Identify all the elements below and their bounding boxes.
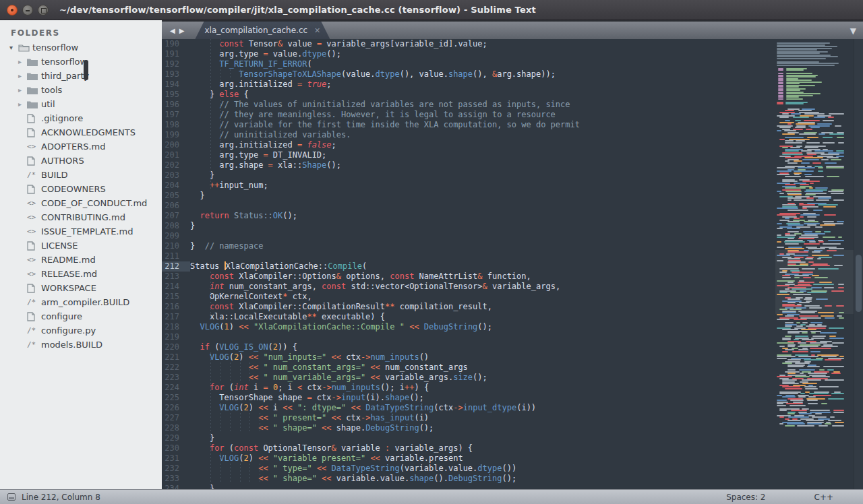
sidebar-item-tools[interactable]: ▸tools (0, 83, 162, 97)
code-line[interactable]: 210} // namespace (162, 241, 863, 251)
code-line[interactable]: 211 (162, 251, 863, 261)
code-line[interactable]: 216 const XlaCompiler::CompilationResult… (162, 302, 863, 312)
code-line[interactable]: 219 (162, 332, 863, 342)
window-minimize-button[interactable] (22, 5, 33, 15)
chevron-right-icon[interactable]: ▸ (18, 100, 27, 108)
tab-xla-compilation-cache[interactable]: xla_compilation_cache.cc ✕ (195, 22, 330, 39)
tab-scroll-right-icon[interactable]: ▶ (179, 27, 185, 34)
code-line[interactable]: 192 TF_RETURN_IF_ERROR( (162, 59, 863, 69)
sidebar-item-tensorflow[interactable]: ▸tensorflow (0, 55, 162, 69)
code-line[interactable]: 217 xla::LocalExecutable** executable) { (162, 312, 863, 322)
code-line[interactable]: 218 VLOG(1) << "XlaCompilationCache::Com… (162, 322, 863, 332)
code-line[interactable]: 226 VLOG(2) << i << ": dtype=" << DataTy… (162, 403, 863, 413)
code-line[interactable]: 208} (162, 221, 863, 231)
vertical-scrollbar[interactable] (854, 39, 863, 489)
minimap[interactable] (777, 42, 852, 432)
sidebar-item-arm-compiler-build[interactable]: /*arm_compiler.BUILD (0, 295, 162, 309)
sidebar-item-release-md[interactable]: <>RELEASE.md (0, 267, 162, 281)
sidebar-item-code-of-conduct-md[interactable]: <>CODE_OF_CONDUCT.md (0, 196, 162, 210)
code-line[interactable]: 190 const Tensor& value = variable_args[… (162, 39, 863, 49)
code-line[interactable]: 201 arg.type = DT_INVALID; (162, 150, 863, 160)
code-line[interactable]: 200 arg.initialized = false; (162, 140, 863, 150)
code-line[interactable]: 197 // they are meaningless. However, it… (162, 110, 863, 120)
window-close-button[interactable] (7, 5, 18, 15)
code-line[interactable]: 213 const XlaCompiler::Options& options,… (162, 272, 863, 282)
sidebar-item-tensorflow[interactable]: ▾tensorflow (0, 40, 162, 55)
sidebar-item-workspace[interactable]: WORKSPACE (0, 281, 162, 295)
chevron-down-icon[interactable]: ▾ (9, 44, 18, 51)
code-line[interactable]: 196 // The values of uninitialized varia… (162, 100, 863, 110)
sidebar-item-issue-template-md[interactable]: <>ISSUE_TEMPLATE.md (0, 224, 162, 239)
sidebar-item-configure[interactable]: configure (0, 309, 162, 323)
chevron-right-icon[interactable]: ▸ (18, 86, 27, 94)
code-line[interactable]: 223 << " num_variable_args=" << variable… (162, 373, 863, 383)
window-maximize-button[interactable] (38, 5, 49, 15)
indent-setting[interactable]: Spaces: 2 (726, 493, 765, 502)
line-number: 233 (162, 474, 190, 484)
syntax-mode[interactable]: C++ (814, 493, 834, 502)
tab-scroll-left-icon[interactable]: ◀ (170, 27, 175, 34)
code-line[interactable]: 191 arg.type = value.dtype(); (162, 49, 863, 59)
sidebar-item-contributing-md[interactable]: <>CONTRIBUTING.md (0, 210, 162, 224)
sidebar-item-util[interactable]: ▸util (0, 97, 162, 111)
code-line[interactable]: 220 if (VLOG_IS_ON(2)) { (162, 342, 863, 352)
tab-overflow-icon[interactable]: ▼ (850, 26, 856, 36)
code-line[interactable]: 214 int num_constant_args, const std::ve… (162, 282, 863, 292)
sidebar-item-configure-py[interactable]: /*configure.py (0, 323, 162, 338)
code-line[interactable]: 194 arg.initialized = true; (162, 80, 863, 90)
code-line[interactable]: 203 } (162, 170, 863, 181)
sidebar-item-authors[interactable]: AUTHORS (0, 154, 162, 168)
line-number: 226 (162, 403, 190, 413)
sidebar-item-readme-md[interactable]: <>README.md (0, 253, 162, 267)
code-editor[interactable]: 190 const Tensor& value = variable_args[… (162, 39, 863, 489)
code-line[interactable]: 195 } else { (162, 90, 863, 100)
code-line[interactable]: 232 << " type=" << DataTypeString(variab… (162, 464, 863, 474)
folder-icon (27, 100, 40, 108)
code-line[interactable]: 233 << " shape=" << variable.value.shape… (162, 474, 863, 484)
sidebar-item-third-party[interactable]: ▸third_party (0, 69, 162, 83)
sidebar-item--gitignore[interactable]: .gitignore (0, 111, 162, 125)
sidebar-item-codeowners[interactable]: CODEOWNERS (0, 182, 162, 196)
line-number: 197 (162, 110, 190, 120)
code-line[interactable]: 193 TensorShapeToXLAShape(value.dtype(),… (162, 69, 863, 80)
chevron-right-icon[interactable]: ▸ (18, 72, 27, 80)
code-line[interactable]: 227 << " present=" << ctx->has_input(i) (162, 413, 863, 423)
code-line[interactable]: 228 << " shape=" << shape.DebugString(); (162, 423, 863, 433)
code-line[interactable]: 204 ++input_num; (162, 181, 863, 191)
chevron-right-icon[interactable]: ▸ (18, 58, 27, 65)
minimap-viewport[interactable] (775, 250, 854, 314)
line-number: 196 (162, 100, 190, 110)
code-line[interactable]: 202 arg.shape = xla::Shape(); (162, 160, 863, 170)
sidebar-item-build[interactable]: /*BUILD (0, 168, 162, 182)
line-number: 220 (162, 342, 190, 352)
scrollbar-thumb[interactable] (856, 255, 862, 312)
code-line[interactable]: 206 (162, 201, 863, 211)
code-line[interactable]: 224 for (int i = 0; i < ctx->num_inputs(… (162, 383, 863, 393)
code-line[interactable]: 212Status XlaCompilationCache::Compile( (162, 261, 863, 272)
tab-close-icon[interactable]: ✕ (314, 26, 320, 35)
code-line[interactable]: 209 (162, 231, 863, 241)
code-line[interactable]: 231 VLOG(2) << "variable present=" << va… (162, 453, 863, 464)
code-line[interactable]: 198 // variable for the first time insid… (162, 120, 863, 130)
sidebar-item-models-build[interactable]: /*models.BUILD (0, 338, 162, 352)
markdown-file-icon: <> (27, 270, 40, 278)
code-line[interactable]: 234 } (162, 484, 863, 489)
code-line[interactable]: 205 } (162, 191, 863, 201)
sidebar-item-label: LICENSE (41, 241, 78, 251)
panel-toggle-icon[interactable] (7, 493, 16, 501)
code-line[interactable]: 199 // uninitialized variables. (162, 130, 863, 140)
code-line[interactable]: 230 for (const OptionalTensor& variable … (162, 443, 863, 453)
sidebar-item-acknowledgments[interactable]: ACKNOWLEDGMENTS (0, 125, 162, 139)
sidebar-item-label: README.md (41, 255, 96, 265)
code-line[interactable]: 215 OpKernelContext* ctx, (162, 292, 863, 302)
sidebar-item-label: AUTHORS (41, 156, 84, 166)
code-line[interactable]: 221 VLOG(2) << "num_inputs=" << ctx->num… (162, 352, 863, 363)
code-line[interactable]: 225 TensorShape shape = ctx->input(i).sh… (162, 393, 863, 403)
sidebar-item-license[interactable]: LICENSE (0, 239, 162, 253)
line-number: 194 (162, 80, 190, 90)
code-line[interactable]: 222 << " num_constant_args=" << num_cons… (162, 363, 863, 373)
code-line[interactable]: 207 return Status::OK(); (162, 211, 863, 221)
code-line[interactable]: 229 } (162, 433, 863, 443)
folders-heading: FOLDERS (11, 28, 162, 38)
sidebar-item-adopters-md[interactable]: <>ADOPTERS.md (0, 139, 162, 154)
